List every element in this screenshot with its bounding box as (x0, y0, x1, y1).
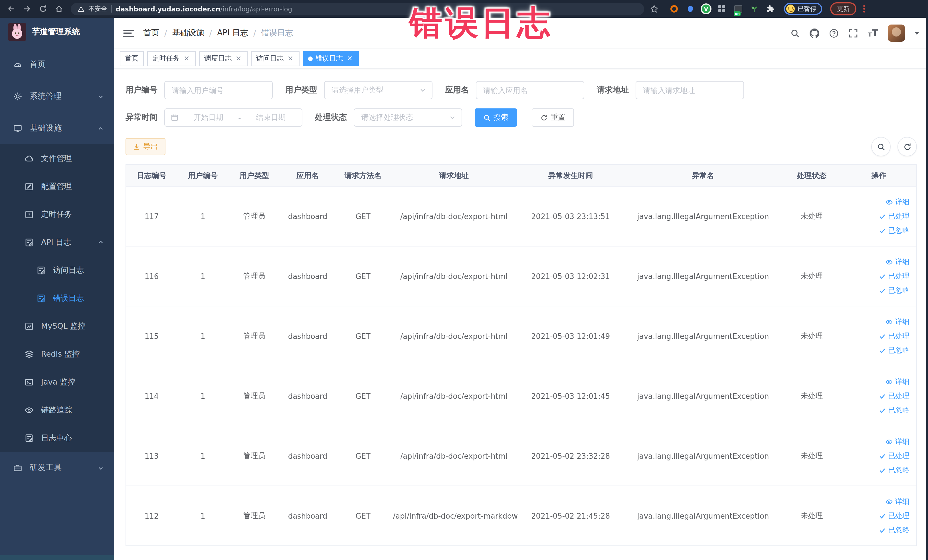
github-icon[interactable] (810, 28, 820, 38)
app-title: 芋道管理系统 (32, 27, 80, 37)
search-icon[interactable] (791, 28, 800, 38)
tab-scheduled-tasks[interactable]: 定时任务× (147, 51, 196, 66)
mark-ignored-link[interactable]: 已忽略 (878, 405, 910, 415)
app-name-input[interactable] (476, 81, 584, 99)
mark-ignored-link[interactable]: 已忽略 (878, 525, 910, 535)
browser-menu-icon[interactable] (863, 5, 865, 12)
detail-link[interactable]: 详细 (885, 377, 910, 386)
tab-schedule-log[interactable]: 调度日志× (199, 51, 247, 66)
eye-icon (885, 198, 893, 206)
detail-link[interactable]: 详细 (885, 197, 910, 207)
close-tab-icon[interactable]: × (235, 55, 243, 63)
detail-link[interactable]: 详细 (885, 257, 910, 267)
tab-access-log[interactable]: 访问日志× (251, 51, 299, 66)
browser-update-button[interactable]: 更新 (830, 2, 856, 15)
user-type-select[interactable]: 请选择用户类型 (324, 81, 432, 99)
close-tab-icon[interactable]: × (286, 55, 295, 63)
monitor-icon (13, 124, 22, 133)
start-date-placeholder[interactable]: 开始日期 (183, 112, 234, 123)
sidebar-item-api-logs[interactable]: API 日志 (0, 228, 114, 256)
insecure-warning-icon (78, 5, 84, 12)
extensions-puzzle-icon[interactable] (765, 4, 775, 14)
extension-grid-icon[interactable] (717, 4, 727, 14)
mark-processed-link[interactable]: 已处理 (878, 511, 910, 520)
check-icon (878, 452, 886, 459)
font-size-icon[interactable]: TT (868, 29, 878, 38)
tab-home[interactable]: 首页 (120, 51, 144, 66)
end-date-placeholder[interactable]: 结束日期 (246, 112, 296, 123)
sidebar-item-infrastructure[interactable]: 基础设施 (0, 112, 114, 144)
table-row: 115 1 管理员 dashboard GET /api/infra/db-do… (126, 306, 917, 366)
sidebar-toggle[interactable] (123, 29, 134, 37)
breadcrumb-api-logs[interactable]: API 日志 (217, 28, 248, 38)
user-menu-caret-icon[interactable] (914, 32, 919, 35)
window-right-edge (926, 0, 928, 560)
sidebar-item-dev-tools[interactable]: 研发工具 (0, 452, 114, 484)
eye-icon (885, 258, 893, 266)
mark-processed-link[interactable]: 已处理 (878, 271, 910, 281)
close-tab-icon[interactable]: × (183, 55, 191, 63)
detail-link[interactable]: 详细 (885, 437, 910, 447)
sidebar-item-system-mgmt[interactable]: 系统管理 (0, 81, 114, 112)
refresh-table-button[interactable] (897, 137, 917, 156)
sidebar-item-error-log[interactable]: 错误日志 (0, 284, 114, 312)
extension-v-icon[interactable]: V (701, 4, 711, 14)
sidebar-item-mysql-monitor[interactable]: MySQL 监控 (0, 312, 114, 340)
sidebar-item-home[interactable]: 首页 (0, 49, 114, 81)
log-edit-icon (24, 433, 34, 443)
detail-link[interactable]: 详细 (885, 497, 910, 507)
mark-processed-link[interactable]: 已处理 (878, 391, 910, 401)
fullscreen-icon[interactable] (849, 28, 858, 38)
chevron-down-icon (98, 93, 104, 99)
mark-processed-link[interactable]: 已处理 (878, 331, 910, 341)
browser-forward-icon[interactable] (21, 3, 33, 15)
sidebar-item-scheduled-tasks[interactable]: 定时任务 (0, 200, 114, 228)
mark-ignored-link[interactable]: 已忽略 (878, 285, 910, 295)
browser-extensions: V on (669, 4, 775, 14)
request-url-input[interactable] (636, 81, 744, 99)
app-logo[interactable]: 芋道管理系统 (0, 18, 114, 46)
extension-leaf-icon[interactable] (749, 4, 759, 14)
search-icon (877, 142, 885, 151)
chevron-down-icon (98, 465, 104, 471)
breadcrumb-home[interactable]: 首页 (143, 28, 159, 38)
browser-home-icon[interactable] (52, 3, 65, 15)
sidebar-item-log-center[interactable]: 日志中心 (0, 424, 114, 452)
browser-reload-icon[interactable] (37, 3, 49, 15)
reset-button[interactable]: 重置 (532, 108, 574, 127)
security-label[interactable]: 不安全 (89, 5, 107, 13)
sidebar-item-java-monitor[interactable]: Java 监控 (0, 368, 114, 396)
page-url[interactable]: dashboard.yudao.iocoder.cn/infra/log/api… (116, 5, 292, 13)
toggle-search-button[interactable] (871, 137, 891, 156)
check-icon (878, 287, 886, 294)
close-tab-icon[interactable]: × (346, 55, 354, 63)
mark-processed-link[interactable]: 已处理 (878, 451, 910, 461)
help-icon[interactable] (829, 28, 839, 38)
col-log-id: 日志编号 (126, 165, 177, 186)
sidebar-item-file-mgmt[interactable]: 文件管理 (0, 144, 114, 172)
mark-ignored-link[interactable]: 已忽略 (878, 345, 910, 355)
user-id-input[interactable] (164, 81, 273, 99)
search-button[interactable]: 搜索 (475, 108, 517, 127)
process-status-select[interactable]: 请选择处理状态 (354, 108, 462, 127)
date-range-picker[interactable]: 开始日期 - 结束日期 (164, 108, 302, 127)
bookmark-star-icon[interactable] (647, 3, 660, 15)
browser-profile-chip[interactable]: 已暂停 (784, 3, 822, 15)
extension-shield-icon[interactable] (685, 4, 695, 14)
sidebar-item-config-mgmt[interactable]: 配置管理 (0, 172, 114, 200)
browser-back-icon[interactable] (5, 3, 17, 15)
sidebar-item-access-log[interactable]: 访问日志 (0, 256, 114, 284)
mark-ignored-link[interactable]: 已忽略 (878, 226, 910, 235)
mark-ignored-link[interactable]: 已忽略 (878, 465, 910, 475)
export-button[interactable]: 导出 (125, 138, 165, 155)
user-avatar[interactable] (888, 24, 905, 42)
mark-processed-link[interactable]: 已处理 (878, 211, 910, 221)
tab-error-log[interactable]: 错误日志× (303, 51, 359, 66)
extension-dark-icon[interactable]: on (733, 4, 743, 14)
address-bar[interactable]: 不安全 dashboard.yudao.iocoder.cn/infra/log… (71, 3, 644, 15)
extension-donut-icon[interactable] (669, 4, 679, 14)
breadcrumb-infrastructure[interactable]: 基础设施 (172, 28, 204, 38)
detail-link[interactable]: 详细 (885, 317, 910, 327)
sidebar-item-redis-monitor[interactable]: Redis 监控 (0, 340, 114, 368)
sidebar-item-tracing[interactable]: 链路追踪 (0, 396, 114, 424)
